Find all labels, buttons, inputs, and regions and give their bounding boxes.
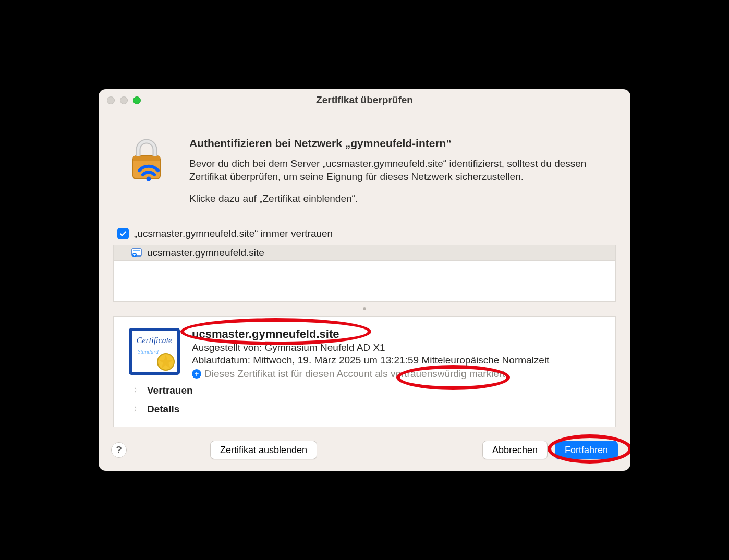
certificate-row-name: ucsmaster.gymneufeld.site <box>147 247 264 259</box>
always-trust-label: „ucsmaster.gymneufeld.site“ immer vertra… <box>134 228 333 239</box>
disclosure-trust-label: Vertrauen <box>147 385 193 396</box>
cancel-button[interactable]: Abbrechen <box>482 441 548 459</box>
window-title: Zertifikat überprüfen <box>316 94 413 106</box>
svg-rect-4 <box>133 250 140 251</box>
disclosure-details-label: Details <box>147 404 179 415</box>
minimize-window-icon[interactable] <box>120 96 128 104</box>
certificate-detail-panel: Certificate Standard ucsmaster.gymneufel… <box>113 316 616 427</box>
certificate-chain-list[interactable]: ucsmaster.gymneufeld.site <box>113 245 616 302</box>
svg-text:Standard: Standard <box>138 348 159 355</box>
help-button[interactable]: ? <box>111 442 127 458</box>
svg-rect-1 <box>133 156 160 161</box>
resize-handle-icon[interactable]: ● <box>113 302 616 316</box>
certificate-icon <box>131 248 142 258</box>
help-icon: ? <box>116 444 122 456</box>
disclosure-details[interactable]: 〉 Details <box>128 398 602 417</box>
dialog-footer: ? Zertifikat ausblenden Abbrechen Fortfa… <box>99 431 630 471</box>
hero-paragraph: Bevor du dich bei dem Server „ucsmaster.… <box>189 157 605 184</box>
chevron-right-icon: 〉 <box>133 405 141 414</box>
certificate-badge-icon: Certificate Standard <box>128 327 180 380</box>
hero-hint: Klicke dazu auf „Zertifikat einblenden“. <box>189 192 605 205</box>
continue-button[interactable]: Fortfahren <box>555 441 618 459</box>
hero-heading: Authentifizieren bei Netzwerk „gymneufel… <box>189 137 605 150</box>
svg-point-2 <box>147 176 151 181</box>
dialog-body: Authentifizieren bei Netzwerk „gymneufel… <box>99 112 630 432</box>
zoom-window-icon[interactable] <box>133 96 141 104</box>
trust-plus-icon: + <box>192 369 201 379</box>
window-controls <box>107 96 141 104</box>
dialog-window: Zertifikat überprüfen Authentifizie <box>99 89 630 471</box>
close-window-icon[interactable] <box>107 96 115 104</box>
certificate-name: ucsmaster.gymneufeld.site <box>192 327 602 341</box>
svg-text:Certificate: Certificate <box>137 336 172 345</box>
always-trust-checkbox[interactable] <box>117 228 129 239</box>
certificate-issued-by: Ausgestellt von: Gymnasium Neufeld AD X1 <box>192 342 602 354</box>
certificate-expiry: Ablaufdatum: Mittwoch, 19. März 2025 um … <box>192 355 602 366</box>
hero-section: Authentifizieren bei Netzwerk „gymneufel… <box>113 125 616 227</box>
hide-certificate-button[interactable]: Zertifikat ausblenden <box>210 441 317 459</box>
titlebar: Zertifikat überprüfen <box>99 89 630 112</box>
hero-text: Authentifizieren bei Netzwerk „gymneufel… <box>189 137 605 214</box>
certificate-row[interactable]: ucsmaster.gymneufeld.site <box>114 245 615 261</box>
disclosure-trust[interactable]: 〉 Vertrauen <box>128 380 602 398</box>
chevron-right-icon: 〉 <box>133 386 141 395</box>
certificate-trust-status: + Dieses Zertifikat ist für diesen Accou… <box>192 368 602 380</box>
always-trust-row[interactable]: „ucsmaster.gymneufeld.site“ immer vertra… <box>113 227 616 245</box>
lock-wifi-icon <box>126 137 173 214</box>
